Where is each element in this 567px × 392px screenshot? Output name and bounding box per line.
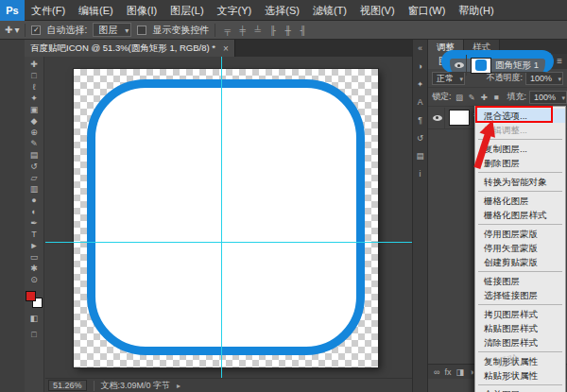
tool-button[interactable]: ◐ <box>26 206 43 217</box>
menu-item[interactable]: 视图(V) <box>353 5 402 16</box>
lock-position-icon[interactable]: ✚ <box>479 93 490 102</box>
menubar: Ps 文件(F)编辑(E)图像(I)图层(L)文字(Y)选择(S)滤镜(T)视图… <box>0 0 567 21</box>
paragraph-panel-icon[interactable]: ¶ <box>413 114 427 126</box>
lock-transparency-icon[interactable]: ▨ <box>455 93 465 102</box>
show-transform-checkbox[interactable] <box>137 26 146 35</box>
context-menu-item[interactable]: 转换为智能对象 <box>475 175 565 189</box>
properties-panel-icon[interactable]: ▤ <box>413 150 427 162</box>
context-menu-item[interactable]: 栅格化图层样式 <box>475 208 565 222</box>
menu-item[interactable]: 窗口(W) <box>402 5 453 16</box>
chevron-down-icon: ▾ <box>558 74 561 85</box>
history-panel-icon[interactable]: ↺ <box>413 132 427 144</box>
tool-button[interactable]: ▭ <box>26 251 43 263</box>
context-menu-item[interactable]: 栅格化图层 <box>475 194 565 208</box>
layer-visibility-toggle[interactable] <box>452 55 467 76</box>
tool-button[interactable]: ✱ <box>26 263 43 274</box>
layer-style-icon[interactable]: fx <box>444 365 451 380</box>
tool-preset-picker[interactable]: ✚ ▾ <box>5 25 19 35</box>
chevron-down-icon: ▾ <box>125 25 129 37</box>
canvas-viewport[interactable] <box>45 57 412 378</box>
context-menu-item[interactable]: 合并图层 <box>475 387 565 392</box>
lock-pixels-icon[interactable]: ✎ <box>467 93 477 102</box>
context-menu-item[interactable]: 拷贝图层样式 <box>475 307 565 321</box>
layer-thumbnail[interactable] <box>471 58 491 74</box>
align-center-icon[interactable]: ╫ <box>282 26 294 35</box>
tool-button[interactable]: ▥ <box>26 183 43 195</box>
menu-item[interactable]: 图层(L) <box>163 5 210 16</box>
tool-button[interactable]: ▤ <box>26 149 43 161</box>
document-size-info: 文档:3.09M/0 字节 <box>101 380 171 392</box>
character-panel-icon[interactable]: A <box>413 96 427 108</box>
tool-button[interactable]: ✒ <box>26 217 43 229</box>
align-middle-icon[interactable]: ╪ <box>236 26 249 35</box>
align-top-icon[interactable]: ╤ <box>221 26 233 35</box>
tool-button[interactable]: ↺ <box>26 161 43 172</box>
menu-item[interactable]: 帮助(H) <box>452 5 500 16</box>
context-menu-item[interactable]: 停用矢量蒙版 <box>475 241 565 255</box>
collapse-panels-icon[interactable]: « <box>413 43 427 54</box>
menu-item[interactable]: 图像(I) <box>120 5 163 16</box>
styles-panel-icon[interactable]: ✦ <box>413 78 427 90</box>
add-mask-icon[interactable]: ◨ <box>455 365 464 380</box>
horizontal-guide <box>45 242 412 243</box>
document-canvas[interactable] <box>74 69 378 367</box>
close-icon[interactable]: × <box>223 43 229 54</box>
context-menu-item[interactable]: 链接图层 <box>475 274 565 288</box>
zoom-level-field[interactable]: 51.26% <box>48 380 87 391</box>
auto-select-checkbox[interactable]: ✓ <box>31 26 41 35</box>
menu-item[interactable]: 滤镜(T) <box>306 5 353 16</box>
tool-button[interactable]: □ <box>26 70 43 81</box>
status-options-icon[interactable]: ▸ <box>177 382 180 390</box>
tool-button[interactable]: ● <box>26 195 43 206</box>
context-menu-item[interactable]: 清除图层样式 <box>475 335 565 349</box>
opacity-dropdown[interactable]: 100% ▾ <box>525 72 563 85</box>
foreground-color-swatch[interactable] <box>26 291 36 301</box>
tool-button[interactable]: ◆ <box>26 115 43 127</box>
document-title: 百度贴吧ICON @ 51.3%(圆角矩形 1, RGB/8) * <box>30 43 215 55</box>
tool-button[interactable]: ✎ <box>26 138 43 149</box>
align-right-icon[interactable]: ╢ <box>297 26 309 35</box>
context-menu-item[interactable]: 停用图层蒙版 <box>475 227 565 241</box>
tool-mode-button[interactable]: □ <box>26 329 43 340</box>
adjustment-layer-icon[interactable]: ◑ <box>469 365 473 380</box>
align-left-icon[interactable]: ╟ <box>266 26 279 35</box>
status-bar: 51.26% 文档:3.09M/0 字节 ▸ <box>45 378 412 392</box>
context-menu-item[interactable]: 创建剪贴蒙版 <box>475 255 565 269</box>
align-bottom-icon[interactable]: ╧ <box>251 26 264 35</box>
tool-button[interactable]: ▣ <box>26 104 43 115</box>
context-menu-item[interactable]: 选择链接图层 <box>475 288 565 302</box>
rounded-rectangle-shape[interactable] <box>87 79 365 355</box>
menu-separator <box>475 383 565 387</box>
adjustments-panel-icon[interactable]: ◑ <box>413 60 427 72</box>
info-panel-icon[interactable]: i <box>413 168 427 179</box>
layers-panel-menu-icon[interactable]: ≡ <box>552 54 567 69</box>
menu-item[interactable]: 文字(Y) <box>211 5 259 16</box>
link-layers-icon[interactable]: ∞ <box>434 365 439 380</box>
tool-button[interactable]: ✦ <box>26 93 43 104</box>
fill-label: 填充: <box>507 91 527 103</box>
tool-button[interactable]: ▱ <box>26 172 43 183</box>
lock-all-icon[interactable]: ■ <box>491 93 502 102</box>
eye-icon <box>455 62 464 68</box>
tools-panel: ✚□ℓ✦▣◆⊕✎▤↺▱▥●◐✒T►▭✱⊙ ◧□ <box>25 57 44 392</box>
tool-button[interactable]: ⊙ <box>26 274 43 285</box>
document-tab[interactable]: 百度贴吧ICON @ 51.3%(圆角矩形 1, RGB/8) * × <box>25 40 235 57</box>
tool-mode-button[interactable]: ◧ <box>26 313 43 324</box>
menu-separator <box>475 349 565 354</box>
menu-item[interactable]: 编辑(E) <box>72 5 120 16</box>
auto-select-dropdown[interactable]: 图层 ▾ <box>93 23 131 37</box>
fill-value: 100% <box>534 93 556 102</box>
context-menu-item[interactable]: 粘贴形状属性 <box>475 368 565 383</box>
fill-dropdown[interactable]: 100% ▾ <box>529 91 567 104</box>
menu-item[interactable]: 选择(S) <box>258 5 306 16</box>
tool-button[interactable]: ► <box>26 240 43 251</box>
opacity-label: 不透明度: <box>486 72 523 84</box>
context-menu-item[interactable]: 粘贴图层样式 <box>475 321 565 335</box>
tool-button[interactable]: ⊕ <box>26 127 43 138</box>
tool-button[interactable]: ℓ <box>26 81 43 93</box>
menu-item[interactable]: 文件(F) <box>25 5 72 16</box>
tool-button[interactable]: ✚ <box>26 59 43 70</box>
tool-button[interactable]: T <box>26 229 43 240</box>
layer-row[interactable]: 圆角矩形 1 <box>441 50 554 73</box>
layer-visibility-toggle[interactable] <box>430 108 445 128</box>
